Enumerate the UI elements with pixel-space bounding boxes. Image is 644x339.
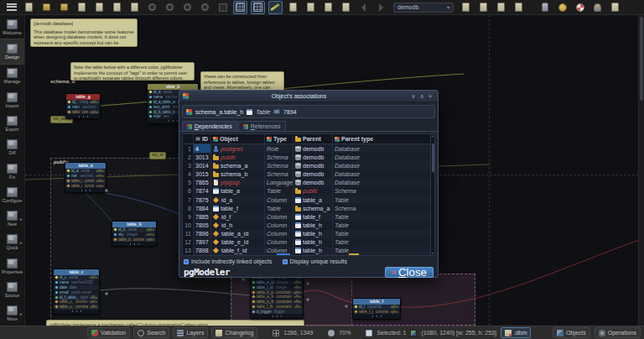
id-cell[interactable]: 7897	[194, 238, 211, 247]
edit-mode-button[interactable]	[268, 1, 283, 14]
dialog-title-bar[interactable]: Object's associations ∨ ∧ ×	[179, 91, 438, 102]
checkbox-checked-icon[interactable]	[184, 259, 189, 264]
object-cell[interactable]: schema_a	[211, 161, 265, 170]
tab-references[interactable]: References	[238, 121, 286, 131]
close-window-button[interactable]: ×	[426, 91, 434, 102]
association-row[interactable]: 7 7875 id_a Column table_a Table	[183, 196, 430, 204]
minimize-button[interactable]: ∨	[409, 91, 418, 102]
parent-cell[interactable]: demodb	[293, 144, 333, 153]
object-cell[interactable]: public	[211, 153, 265, 161]
expand-canvas-button[interactable]	[216, 1, 230, 14]
model-fix-button[interactable]	[476, 1, 491, 14]
close-model-button[interactable]	[459, 1, 473, 14]
association-row[interactable]: 12 7897 table_e_id Column table_h Table	[183, 238, 430, 247]
object-cell[interactable]: table_a	[211, 187, 265, 196]
relationship-point[interactable]	[105, 189, 108, 192]
zoom-out-button[interactable]	[145, 1, 159, 14]
id-cell[interactable]: 7884	[194, 204, 211, 212]
id-cell[interactable]: 7895	[194, 221, 211, 229]
parent-cell[interactable]: table_f	[293, 212, 333, 221]
checkbox-checked-icon[interactable]	[283, 259, 288, 264]
parent-cell[interactable]: demodb	[293, 161, 333, 170]
id-cell[interactable]: 3013	[194, 153, 211, 161]
tag-wip[interactable]: wip_wr	[149, 152, 166, 159]
sql-tool-button[interactable]	[538, 1, 552, 14]
sticky-note-demodb[interactable]: [demodb database] This database model de…	[30, 18, 138, 47]
association-row[interactable]: 9 7885 id_f Column table_f Table	[183, 212, 430, 221]
id-cell[interactable]: 7875	[194, 196, 211, 204]
horizontal-scroll-indicator-2[interactable]	[349, 253, 359, 255]
maximize-button[interactable]: ∧	[418, 91, 426, 102]
file-format-badge[interactable]: .dbm	[501, 327, 532, 338]
import-model-button[interactable]	[110, 1, 124, 14]
parent-cell[interactable]: public	[293, 187, 333, 196]
column-header-object[interactable]: Object	[211, 134, 265, 143]
scrollbar-thumb[interactable]	[640, 17, 643, 101]
column-header-parent[interactable]: Parent	[293, 134, 333, 143]
association-row[interactable]: 10 7895 id_h Column table_h Table	[183, 221, 430, 229]
association-row[interactable]: 4 3015 schema_b Schema demodb Database	[183, 170, 430, 178]
association-row[interactable]: 2 3013 public Schema demodb Database	[183, 153, 430, 161]
relationship-point[interactable]	[306, 282, 309, 285]
zoom-in-button[interactable]	[180, 1, 195, 14]
canvas-table-table_c[interactable]: table_c id_cserial«pk» namevarchar(200)	[53, 269, 100, 315]
normal-zoom-button[interactable]	[163, 1, 177, 14]
sticky-note-tags[interactable]: Note the table below with a different co…	[70, 62, 195, 81]
snap-grid-button[interactable]	[251, 1, 265, 14]
object-cell[interactable]: postgres	[211, 144, 265, 153]
back-button[interactable]	[356, 1, 371, 14]
object-cell[interactable]: table_e_id	[211, 238, 265, 247]
close-button[interactable]: × Close	[385, 267, 434, 278]
changelog-button[interactable]: Changelog	[211, 327, 257, 338]
export-model-button[interactable]	[92, 1, 106, 14]
scrollbar-thumb[interactable]	[432, 143, 435, 172]
new-object-button[interactable]	[286, 1, 300, 14]
sidebar-item-design[interactable]: Design ▸	[0, 39, 24, 64]
sidebar-item-import[interactable]: Import ▸	[0, 88, 24, 112]
arrange-objects-button[interactable]	[321, 1, 335, 14]
association-row[interactable]: 13 7898 table_f_id Column table_h Table	[183, 247, 430, 255]
sidebar-item-diff[interactable]: Diff ▸	[0, 136, 24, 159]
object-cell[interactable]: id_h	[211, 221, 265, 229]
tab-dependencies[interactable]: Dependencies	[182, 121, 237, 131]
sidebar-item-welcome[interactable]: Welcome ▸	[0, 15, 24, 39]
support-button[interactable]	[573, 1, 587, 14]
sidebar-item-manage[interactable]: Manage ▸	[0, 65, 24, 88]
parent-cell[interactable]: table_h	[293, 247, 333, 255]
object-cell[interactable]: table_a_id	[211, 230, 265, 238]
sidebar-item-more[interactable]: More ▸	[0, 302, 24, 326]
bug-report-button[interactable]	[590, 1, 605, 14]
id-cell[interactable]: 3015	[194, 170, 211, 178]
canvas-table-table_f[interactable]: table_f id_fbigserial«pk» table_f_pkcons…	[352, 298, 401, 320]
dialog-vertical-scrollbar[interactable]	[430, 134, 434, 255]
canvas-table-table_g[interactable]: table_g id_ginteger«pk» namevarchar(99)	[65, 93, 101, 119]
id-cell[interactable]: 3014	[194, 161, 211, 170]
horizontal-scroll-indicator[interactable]	[277, 253, 290, 255]
object-cell[interactable]: table_f_id	[211, 247, 265, 255]
column-header-id[interactable]: ID	[194, 134, 211, 143]
objects-button[interactable]: Objects	[553, 327, 590, 338]
sticky-note-propagation[interactable]: pgModeler implements a mechanism called …	[46, 320, 304, 326]
id-cell[interactable]: 7896	[194, 230, 211, 238]
id-cell[interactable]: 7885	[194, 212, 211, 221]
sidebar-item-export[interactable]: Export ▸	[0, 112, 24, 135]
print-model-button[interactable]	[127, 1, 142, 14]
parent-cell[interactable]: table_h	[293, 238, 333, 247]
association-row[interactable]: 11 7896 table_a_id Column table_h Table	[183, 230, 430, 238]
about-button[interactable]	[608, 1, 622, 14]
association-row[interactable]: 5 7865 plpgsql Language demodb Database	[183, 179, 430, 187]
canvas-table-table_b[interactable]: table_b id_bserial«pk» skyinteger«nn»	[112, 221, 157, 247]
sidebar-item-new[interactable]: New ▸	[0, 207, 24, 231]
column-header-parent-type[interactable]: Parent type	[333, 134, 430, 143]
main-menu-button[interactable]	[4, 1, 18, 14]
objects-metadata-button[interactable]	[494, 1, 508, 14]
overview-button[interactable]	[198, 1, 212, 14]
id-cell[interactable]: 7874	[194, 187, 211, 196]
parent-cell[interactable]: table_h	[293, 230, 333, 238]
validation-button[interactable]: Validation	[87, 327, 130, 338]
sidebar-item-quick[interactable]: Quick ▸	[0, 231, 24, 254]
id-cell[interactable]: 4	[194, 144, 211, 153]
sidebar-item-fix[interactable]: Fix ▸	[0, 159, 24, 183]
association-row[interactable]: 1 4 postgres Role demodb Database	[183, 144, 430, 153]
checkbox-include-indirectly-linked-objects[interactable]: Include indirectly linked objects	[184, 258, 273, 264]
